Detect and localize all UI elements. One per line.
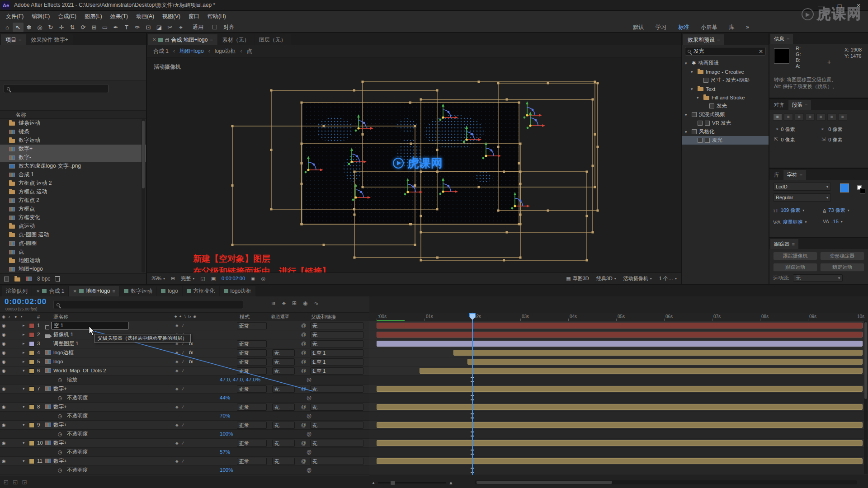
tracker-button[interactable]: 跟踪摄像机 [773, 252, 817, 260]
parent-pick-whip[interactable]: @ [301, 357, 306, 366]
blend-mode-dropdown[interactable]: 正常▾ [237, 340, 267, 347]
zoom-in-icon[interactable]: ▲ [448, 480, 453, 485]
property-value[interactable]: 100% [220, 430, 233, 438]
shy-switch[interactable]: ♣ [175, 385, 179, 393]
project-item[interactable]: 方框点 运动 [0, 188, 146, 196]
blend-mode-dropdown[interactable]: 正常▾ [237, 422, 267, 429]
timeline-lane[interactable] [369, 321, 868, 330]
paragraph-align-button[interactable]: ≡ [806, 113, 815, 121]
tab-project[interactable]: 项目 ≡ [1, 34, 26, 45]
quality-switch[interactable]: ∕ [183, 357, 184, 366]
track-matte-dropdown[interactable]: 无▾ [272, 349, 295, 357]
project-item[interactable]: 点 [0, 248, 146, 256]
property-name[interactable]: 不透明度 [67, 448, 88, 456]
pen-tool[interactable]: ✒ [110, 23, 121, 32]
show-snapshot-icon[interactable]: ◎ [261, 276, 266, 282]
layer-duration-bar[interactable] [377, 458, 863, 464]
renderer-dropdown[interactable]: 经典3D▾ [596, 275, 616, 282]
timeline-layer-row[interactable]: ◉▾11数字+♣∕正常▾无▾@无▾ [0, 457, 369, 466]
paragraph-indent-field[interactable]: ⇱0 像素 [774, 136, 817, 143]
expression-pick-whip[interactable]: @ [307, 466, 311, 474]
timeline-tab[interactable]: 渲染队列 [2, 286, 32, 296]
timeline-lane[interactable] [369, 357, 868, 366]
tracker-button[interactable]: 变形稳定器 [820, 252, 864, 260]
timeline-lane[interactable] [369, 385, 868, 394]
timeline-layer-row[interactable]: ◉▾10数字+♣∕正常▾无▾@无▾ [0, 439, 369, 448]
property-name[interactable]: 不透明度 [67, 412, 88, 420]
current-time-indicator-line[interactable] [472, 313, 473, 475]
parent-dropdown[interactable]: 无▾ [310, 422, 363, 429]
expander-arrow[interactable]: ▾ [691, 87, 695, 91]
expander-arrow[interactable]: ▸ [23, 357, 25, 366]
track-matte-dropdown[interactable]: 无▾ [272, 458, 295, 465]
parent-pick-whip[interactable]: @ [301, 421, 306, 429]
track-matte-dropdown[interactable]: 无▾ [272, 440, 295, 447]
parent-dropdown[interactable]: 无▾ [310, 458, 363, 465]
preview-timecode[interactable]: 0:00:02:00 [222, 276, 245, 281]
new-composition-icon[interactable] [26, 277, 32, 281]
track-matte-dropdown[interactable]: 无▾ [272, 385, 295, 393]
timeline-layer-row[interactable]: ◉▾6World_Map_Of_Dots 2♣∕正常▾无▾@1.空 1▾ [0, 366, 369, 375]
close-button[interactable]: ✕ [849, 0, 868, 11]
property-value[interactable]: 70% [220, 412, 230, 420]
visibility-toggle[interactable]: ◉ [2, 366, 6, 375]
lock-icon[interactable] [165, 39, 169, 42]
visibility-toggle[interactable]: ◉ [2, 339, 6, 348]
panel-menu-icon[interactable]: ≡ [717, 34, 720, 45]
clear-search-icon[interactable]: ✕ [759, 48, 763, 55]
property-name[interactable]: 不透明度 [67, 394, 88, 402]
tab-paragraph[interactable]: 段落 ≡ [788, 100, 811, 110]
timeline-property-row[interactable]: ◷不透明度44%@ [0, 394, 369, 403]
menu-item[interactable]: 视图(V) [158, 13, 184, 20]
hand-tool[interactable]: ✽ [24, 23, 34, 32]
parent-dropdown[interactable]: 无▾ [310, 331, 363, 338]
expander-arrow[interactable]: ▸ [23, 321, 25, 330]
workspace-item[interactable]: 标准 [672, 23, 695, 31]
parent-link-column-header[interactable]: 父级和链接 [311, 313, 336, 321]
tab-libraries[interactable]: 库 [770, 170, 783, 180]
effects-tree-item[interactable]: 发光 [682, 102, 769, 110]
expand-transfer-controls-icon[interactable]: ◰ [4, 479, 8, 485]
project-item[interactable]: 放大的虎课logo-文字-.png [0, 162, 146, 170]
stopwatch-icon[interactable]: ◷ [58, 412, 62, 420]
view-layout-dropdown[interactable]: 1 个…▾ [659, 275, 677, 282]
timeline-lane[interactable] [369, 330, 868, 339]
frame-blending-icon[interactable]: ⊞ [292, 300, 297, 306]
visibility-toggle[interactable]: ◉ [2, 348, 6, 357]
expander-arrow[interactable]: ▾ [685, 61, 689, 66]
project-item[interactable]: 数字+ [0, 145, 146, 153]
layer-duration-bar[interactable] [377, 422, 863, 428]
project-item[interactable]: 数字运动 [0, 136, 146, 145]
interpret-footage-icon[interactable] [4, 277, 9, 282]
expand-modes-icon[interactable]: ◱ [13, 479, 17, 485]
quality-switch[interactable]: ∕ [183, 321, 184, 330]
panel-menu-icon[interactable]: ≡ [113, 286, 115, 296]
effects-search-input[interactable]: 发光 ✕ [685, 47, 766, 56]
expander-arrow[interactable]: ▾ [23, 421, 25, 429]
timeline-tab[interactable]: 方框变化 [183, 286, 219, 296]
layer-name[interactable]: World_Map_Of_Dots 2 [53, 366, 106, 375]
delete-icon[interactable] [56, 277, 60, 282]
parent-pick-whip[interactable]: @ [301, 330, 306, 339]
workspace-item[interactable]: 库 [723, 23, 740, 31]
expander-arrow[interactable]: ▾ [23, 385, 25, 393]
menu-item[interactable]: 合成(C) [54, 13, 80, 20]
parent-dropdown[interactable]: 无▾ [310, 404, 363, 411]
visibility-toggle[interactable]: ◉ [2, 439, 6, 447]
project-item[interactable]: 点-圆圈 运动 [0, 230, 146, 239]
layer-color-chip[interactable] [29, 441, 34, 446]
pan-camera-tool[interactable]: ✛ [56, 23, 67, 32]
maximize-button[interactable]: ▢ [830, 0, 849, 11]
layer-name[interactable]: logo [53, 357, 63, 366]
layer-color-chip[interactable] [29, 404, 34, 410]
transparency-grid-icon[interactable]: ▣ [211, 276, 216, 282]
expander-arrow[interactable]: ▾ [685, 113, 689, 117]
menu-item[interactable]: 动画(A) [132, 13, 158, 20]
timeline-tab[interactable]: 数字运动 [120, 286, 156, 296]
eraser-tool[interactable]: ◪ [154, 23, 165, 32]
breadcrumb-item[interactable]: 点 [246, 47, 252, 55]
layer-color-chip[interactable] [29, 359, 34, 365]
expression-pick-whip[interactable]: @ [307, 448, 311, 456]
blend-mode-dropdown[interactable]: 正常▾ [237, 367, 267, 375]
project-item[interactable]: 方框点 [0, 205, 146, 213]
